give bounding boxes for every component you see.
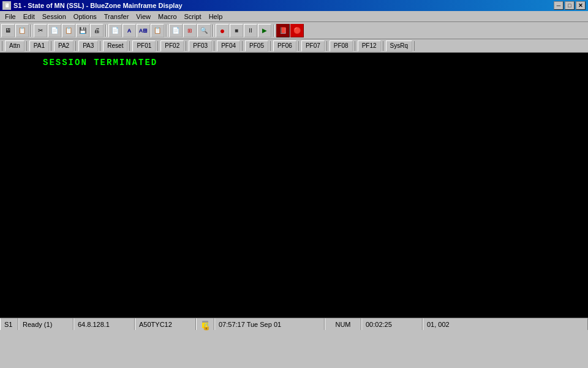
cursor-position: 01, 002: [423, 318, 588, 330]
session-indicator: S1: [0, 318, 18, 330]
macro-book-button[interactable]: 📕: [276, 24, 290, 37]
fkey-pf02[interactable]: PF02: [160, 40, 184, 52]
record-button[interactable]: ●: [216, 24, 229, 37]
toolbar-btn-7[interactable]: 📄: [169, 24, 183, 37]
fkey-reset[interactable]: Reset: [103, 40, 127, 52]
toolbar: 🖥 📋 ✂ 📄 📋 💾 🖨 📄 A A⊞ 📋 📄 ⊞ 🔍 ● ■ ⏸ ▶ 📕 🔴: [0, 22, 588, 39]
fkey-sep-left: [2, 41, 3, 51]
fkey-sep: [242, 41, 243, 51]
menu-item-options[interactable]: Options: [70, 12, 100, 21]
fkey-sep: [270, 41, 271, 51]
fkey-sep: [129, 41, 130, 51]
script-button[interactable]: 🔴: [290, 24, 304, 37]
menu-item-help[interactable]: Help: [205, 12, 227, 21]
copy-button[interactable]: 📄: [48, 24, 61, 37]
minimize-button[interactable]: ─: [554, 1, 564, 10]
print-button[interactable]: 🖨: [90, 24, 104, 37]
toolbar-btn-4[interactable]: A: [123, 24, 136, 37]
fkey-sep: [51, 41, 52, 51]
fkey-pf03[interactable]: PF03: [189, 40, 212, 52]
toolbar-btn-6[interactable]: 📋: [151, 24, 164, 37]
timestamp: 07:57:17 Tue Sep 01: [214, 318, 325, 330]
fkey-sep: [100, 41, 101, 51]
fkey-pa1[interactable]: PA1: [29, 40, 49, 52]
toolbar-sep-1: [31, 25, 32, 37]
lock-icon: 🔒: [202, 321, 208, 328]
new-session-button[interactable]: 🖥: [1, 24, 15, 37]
fkey-sep: [157, 41, 159, 51]
ready-status: Ready (1): [18, 318, 74, 330]
fkey-pf08[interactable]: PF08: [330, 40, 353, 52]
close-button[interactable]: ✕: [576, 1, 586, 10]
fkey-sep: [186, 41, 187, 51]
fkey-sysrq[interactable]: SysRq: [386, 40, 412, 52]
app-icon: 🖥: [2, 1, 11, 10]
fkey-pa3[interactable]: PA3: [78, 40, 98, 52]
menu-item-session[interactable]: Session: [39, 12, 70, 21]
toolbar-sep-3: [166, 25, 167, 37]
menu-item-transfer[interactable]: Transfer: [100, 12, 133, 21]
fkey-pf07[interactable]: PF07: [301, 40, 325, 52]
toolbar-btn-5[interactable]: A⊞: [137, 24, 150, 37]
save-button[interactable]: 💾: [76, 24, 89, 37]
fkey-sep: [75, 41, 77, 51]
menu-bar: FileEditSessionOptionsTransferViewMacroS…: [0, 11, 588, 22]
stop-button[interactable]: ■: [230, 24, 243, 37]
window-title: S1 - State of MN (SSL) - BlueZone Mainfr…: [13, 2, 183, 9]
fkey-sep: [355, 41, 356, 51]
fkey-pf01[interactable]: PF01: [132, 40, 156, 52]
fkey-sep: [298, 41, 300, 51]
fkey-sep: [326, 41, 328, 51]
paste-button[interactable]: 📋: [62, 24, 75, 37]
terminal-display[interactable]: SESSION TERMINATED: [0, 53, 588, 318]
elapsed-time: 00:02:25: [361, 318, 423, 330]
fkey-sep: [214, 41, 215, 51]
fkey-pa2[interactable]: PA2: [54, 40, 74, 52]
title-bar: 🖥 S1 - State of MN (SSL) - BlueZone Main…: [0, 0, 588, 11]
session-id: A50TYC12: [135, 318, 196, 330]
fkey-sep: [414, 41, 415, 51]
toolbar-sep-2: [105, 25, 107, 37]
toolbar-sep-4: [213, 25, 214, 37]
play-button[interactable]: ▶: [258, 24, 271, 37]
fkey-sep: [26, 41, 28, 51]
fkey-attn[interactable]: Attn: [5, 40, 24, 52]
num-lock: NUM: [325, 318, 361, 330]
menu-item-view[interactable]: View: [132, 12, 154, 21]
title-bar-controls: ─ □ ✕: [554, 1, 586, 10]
status-bar: S1 Ready (1) 64.8.128.1 A50TYC12 🔒 07:57…: [0, 318, 588, 330]
menu-item-macro[interactable]: Macro: [154, 12, 181, 21]
toolbar-sep-5: [273, 25, 274, 37]
toolbar-btn-9[interactable]: 🔍: [197, 24, 211, 37]
fkey-pf06[interactable]: PF06: [273, 40, 296, 52]
fkey-sep: [383, 41, 384, 51]
menu-item-file[interactable]: File: [1, 12, 20, 21]
fkey-bar: AttnPA1PA2PA3ResetPF01PF02PF03PF04PF05PF…: [0, 39, 588, 53]
toolbar-btn-8[interactable]: ⊞: [183, 24, 197, 37]
fkey-pf04[interactable]: PF04: [217, 40, 240, 52]
session-terminated-text: SESSION TERMINATED: [43, 58, 157, 67]
toolbar-btn-2[interactable]: 📋: [15, 24, 29, 37]
cut-button[interactable]: ✂: [34, 24, 47, 37]
fkey-pf05[interactable]: PF05: [245, 40, 268, 52]
pause-button[interactable]: ⏸: [244, 24, 257, 37]
ip-address: 64.8.128.1: [74, 318, 135, 330]
lock-status: 🔒: [196, 318, 214, 330]
restore-button[interactable]: □: [565, 1, 575, 10]
fkey-pf12[interactable]: PF12: [358, 40, 381, 52]
title-bar-left: 🖥 S1 - State of MN (SSL) - BlueZone Main…: [2, 1, 183, 10]
toolbar-btn-3[interactable]: 📄: [108, 24, 122, 37]
menu-item-script[interactable]: Script: [181, 12, 205, 21]
menu-item-edit[interactable]: Edit: [20, 12, 39, 21]
